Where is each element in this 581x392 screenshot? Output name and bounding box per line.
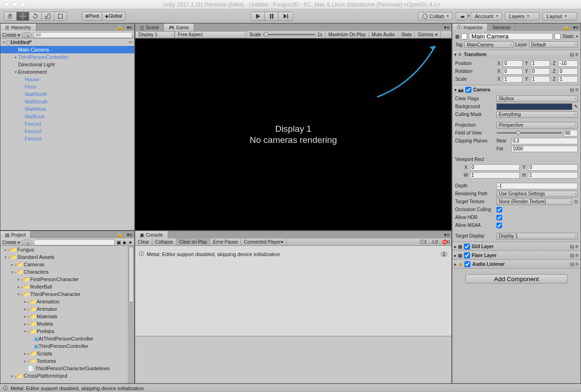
rect-tool-button[interactable] xyxy=(54,12,66,20)
minimize-icon[interactable] xyxy=(12,2,17,7)
position-z-field[interactable] xyxy=(558,60,578,67)
services-tab[interactable]: Services xyxy=(488,24,515,31)
settings-icon[interactable] xyxy=(575,262,579,267)
hierarchy-item[interactable]: WallNorth xyxy=(0,90,134,98)
eyedropper-icon[interactable]: ✎ xyxy=(574,104,578,109)
gameobject-name-field[interactable] xyxy=(469,33,553,40)
rotation-y-field[interactable] xyxy=(531,68,550,75)
display-dropdown[interactable]: Display 1 xyxy=(135,31,175,38)
collapse-toggle[interactable]: Collapse xyxy=(152,238,176,245)
help-icon[interactable] xyxy=(570,253,574,258)
pivot-button[interactable]: ⊕ Pivot xyxy=(82,12,102,20)
project-item[interactable]: ▸▸📁 RollerBall xyxy=(0,283,134,290)
hierarchy-item[interactable]: Fence2 xyxy=(0,128,134,135)
scale-slider[interactable]: Scale1x xyxy=(247,31,326,38)
culling-mask-dropdown[interactable]: Everything xyxy=(496,111,578,118)
fov-field[interactable] xyxy=(564,130,578,136)
help-icon[interactable] xyxy=(570,87,574,92)
project-item[interactable]: ▾▸📁 ThirdPersonCharacter xyxy=(0,290,134,298)
help-icon[interactable] xyxy=(570,244,574,249)
panel-menu-icon[interactable]: ▾≡ xyxy=(442,232,451,238)
far-clip-field[interactable] xyxy=(511,146,578,152)
hand-tool-button[interactable] xyxy=(4,12,17,20)
fov-slider[interactable] xyxy=(496,130,562,136)
clear-on-play-toggle[interactable]: Clear on Play xyxy=(176,238,210,245)
static-dropdown-icon[interactable]: ▾ xyxy=(576,34,578,39)
hierarchy-item[interactable]: WallEast xyxy=(0,113,134,120)
project-item[interactable]: ▾▸📁 Standard Assets xyxy=(0,253,134,261)
error-count-toggle[interactable]: ⛔0 xyxy=(440,238,451,245)
settings-icon[interactable] xyxy=(575,52,579,57)
project-item[interactable]: ▸▸📁 FirstPersonCharacter xyxy=(0,276,134,283)
hierarchy-item[interactable]: ▸ThirdPersonController xyxy=(0,53,134,61)
panel-menu-icon[interactable]: ▾≡ xyxy=(125,232,134,238)
projection-dropdown[interactable]: Perspective xyxy=(496,122,578,129)
hierarchy-tab[interactable]: ☰Hierarchy xyxy=(0,24,36,31)
panel-lock-icon[interactable]: 🔒 xyxy=(115,25,125,31)
gameobject-active-checkbox[interactable] xyxy=(461,33,467,39)
static-checkbox[interactable] xyxy=(555,33,561,39)
collab-dropdown[interactable]: ◯ Collab xyxy=(418,12,453,20)
project-item[interactable]: ▸▸📁 Materials xyxy=(0,313,134,320)
rotation-x-field[interactable] xyxy=(503,68,522,75)
project-item[interactable]: ▸▸📁 Textures xyxy=(0,357,134,365)
camera-enabled-checkbox[interactable] xyxy=(465,87,471,93)
viewport-y-field[interactable] xyxy=(528,164,578,171)
clear-button[interactable]: Clear xyxy=(135,238,152,245)
panel-menu-icon[interactable]: ▾≡ xyxy=(125,25,134,31)
hierarchy-item[interactable]: Fence3 xyxy=(0,135,134,142)
position-x-field[interactable] xyxy=(503,60,522,67)
viewport-x-field[interactable] xyxy=(470,164,520,171)
gui-layer-enabled-checkbox[interactable] xyxy=(464,244,470,250)
scale-y-field[interactable] xyxy=(531,76,550,83)
move-tool-button[interactable] xyxy=(17,12,29,20)
add-component-button[interactable]: Add Component xyxy=(465,274,568,283)
console-row[interactable]: ⓘ Metal: Editor support disabled, skippi… xyxy=(135,246,451,262)
target-display-dropdown[interactable]: Display 1 xyxy=(496,233,578,239)
settings-icon[interactable] xyxy=(575,253,579,258)
panel-menu-icon[interactable]: ▾≡ xyxy=(571,25,581,31)
hierarchy-item[interactable]: House xyxy=(0,76,134,83)
close-icon[interactable] xyxy=(4,2,9,7)
allow-hdr-checkbox[interactable] xyxy=(496,215,502,220)
global-button[interactable]: ◈ Global xyxy=(102,12,125,20)
layers-dropdown[interactable]: Layers xyxy=(505,12,540,20)
project-search-input[interactable] xyxy=(33,239,115,245)
rotate-tool-button[interactable] xyxy=(29,12,42,20)
hierarchy-item[interactable]: Directional Light xyxy=(0,61,134,68)
scene-root[interactable]: ▾⬚ Untitled*▾≡ xyxy=(0,39,134,46)
occlusion-culling-checkbox[interactable] xyxy=(496,207,502,212)
filter-icon[interactable]: ▣ xyxy=(117,240,121,245)
project-item[interactable]: ▸▸📁 Cameras xyxy=(0,261,134,268)
project-item[interactable]: 📄 ThirdPersonCharacterGuidelines xyxy=(0,365,134,372)
background-color-field[interactable] xyxy=(496,103,572,110)
pause-button[interactable] xyxy=(265,12,279,20)
warn-count-toggle[interactable]: ⚠0 xyxy=(429,238,440,245)
hierarchy-item[interactable]: Main Camera xyxy=(0,46,134,53)
object-picker-icon[interactable]: ⊙ xyxy=(574,199,578,204)
panel-lock-icon[interactable]: 🔒 xyxy=(115,232,125,238)
gui-layer-header[interactable]: ▸ ▦ GUI Layer xyxy=(452,242,581,251)
position-y-field[interactable] xyxy=(531,60,550,67)
viewport-h-field[interactable] xyxy=(528,172,578,179)
viewport-w-field[interactable] xyxy=(470,172,520,179)
help-icon[interactable] xyxy=(570,262,574,267)
flare-layer-enabled-checkbox[interactable] xyxy=(464,252,470,258)
transform-header[interactable]: ▾ ⚞ Transform xyxy=(452,50,581,58)
project-tab[interactable]: ▤Project xyxy=(0,231,31,238)
allow-msaa-checkbox[interactable] xyxy=(496,223,502,228)
console-tab[interactable]: ▣Console xyxy=(135,231,168,238)
hierarchy-item[interactable]: WallSouth xyxy=(0,98,134,105)
mute-audio-toggle[interactable]: Mute Audio xyxy=(369,31,398,38)
near-clip-field[interactable] xyxy=(511,138,578,144)
step-button[interactable] xyxy=(279,12,293,20)
hierarchy-item[interactable]: Fence1 xyxy=(0,120,134,128)
target-texture-field[interactable]: None (Render Texture) xyxy=(496,199,572,205)
audio-listener-enabled-checkbox[interactable] xyxy=(464,261,470,267)
game-tab[interactable]: 🎮Game xyxy=(164,24,194,31)
layer-dropdown[interactable]: Default xyxy=(529,41,578,48)
stats-toggle[interactable]: Stats xyxy=(398,31,415,38)
camera-header[interactable]: ▾ 📷 Camera xyxy=(452,85,581,94)
hierarchy-item[interactable]: ▾Environment xyxy=(0,68,134,76)
project-create-dropdown[interactable]: Create ▾ xyxy=(2,240,20,245)
